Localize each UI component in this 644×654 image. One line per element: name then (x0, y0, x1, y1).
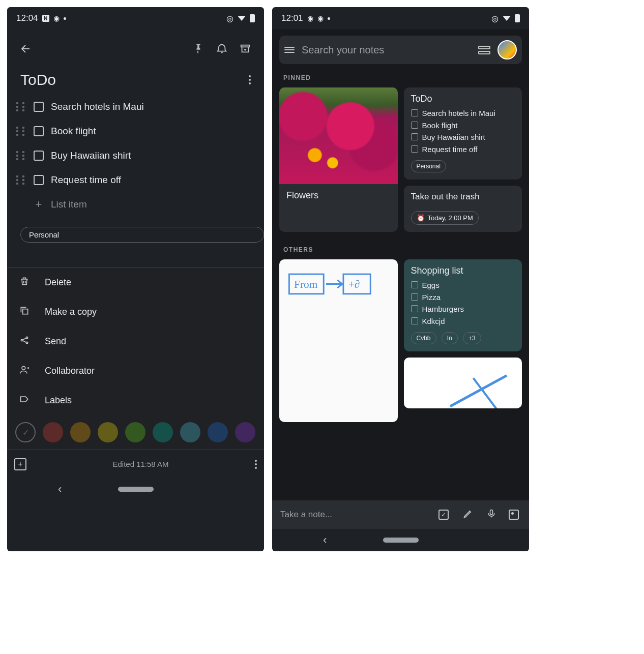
take-note-input[interactable]: Take a note... (280, 510, 427, 520)
phone-home: 12:01 ◉ ◉ ◎ Search your notes PINNED Flo… (272, 7, 529, 551)
note-overflow-button[interactable] (249, 75, 251, 84)
vibrate-icon: ◎ (491, 14, 499, 23)
pin-button[interactable] (187, 37, 210, 61)
trash-icon (18, 276, 31, 289)
note-check-item: Pizza (411, 292, 515, 303)
others-grid: From +∂ Shopping list Eggs Pizza Hamburg… (272, 259, 529, 422)
section-others-label: OTHERS (272, 243, 529, 259)
note-card-shopping[interactable]: Shopping list Eggs Pizza Hamburgers Kdkc… (404, 259, 522, 351)
sheet-copy[interactable]: Make a copy (7, 297, 264, 326)
drawing-icon (404, 358, 522, 408)
drag-handle-icon[interactable] (16, 175, 26, 185)
search-bar[interactable]: Search your notes (279, 36, 522, 64)
note-card-drawing[interactable]: From +∂ (279, 259, 398, 422)
color-swatch-none[interactable]: ✓ (15, 422, 36, 442)
sheet-item-label: Collaborator (45, 366, 95, 376)
note-check-item: Kdkcjd (411, 316, 515, 326)
nav-home-pill[interactable] (118, 487, 154, 492)
svg-point-3 (26, 337, 27, 338)
status-bar: 12:04 N ◉ ◎ (7, 7, 264, 29)
new-voice-button[interactable] (485, 509, 497, 521)
sheet-labels[interactable]: Labels (7, 385, 264, 415)
sheet-collaborator[interactable]: Collaborator (7, 356, 264, 385)
note-check-item: Buy Hawaiian shirt (411, 132, 515, 142)
checklist-item-text[interactable]: Book flight (51, 126, 96, 137)
label-chip: Cvbb (411, 332, 436, 344)
copy-icon (18, 306, 31, 318)
back-button[interactable] (14, 37, 38, 61)
add-attachment-button[interactable]: + (14, 458, 26, 470)
new-image-button[interactable] (509, 510, 521, 520)
color-swatch[interactable] (98, 422, 118, 442)
svg-point-2 (21, 339, 22, 341)
drag-handle-icon[interactable] (16, 151, 26, 160)
sheet-item-label: Send (45, 336, 66, 347)
note-card-todo[interactable]: ToDo Search hotels in Maui Book flight B… (404, 87, 522, 180)
pinned-grid: Flowers ToDo Search hotels in Maui Book … (272, 87, 529, 232)
color-swatch[interactable] (153, 422, 173, 442)
checkbox[interactable] (34, 175, 44, 185)
svg-text:+∂: +∂ (348, 278, 360, 290)
sheet-send[interactable]: Send (7, 326, 264, 356)
color-swatch[interactable] (208, 422, 228, 442)
menu-icon[interactable] (284, 47, 295, 53)
drag-handle-icon[interactable] (16, 102, 26, 111)
system-nav-bar: ‹ (272, 529, 529, 551)
sheet-delete[interactable]: Delete (7, 267, 264, 297)
account-avatar[interactable] (497, 40, 517, 60)
note-card-title: Shopping list (411, 265, 515, 276)
reminder-chip: ⏰ Today, 2:00 PM (411, 211, 479, 225)
notification-bulb-icon: ◉ (53, 14, 60, 22)
checklist-item[interactable]: Buy Hawaiian shirt (16, 143, 255, 168)
note-check-item: Book flight (411, 121, 515, 131)
checklist-item[interactable]: Book flight (16, 119, 255, 143)
checklist-item-text[interactable]: Request time off (51, 174, 121, 186)
note-check-item: Search hotels in Maui (411, 108, 515, 118)
checklist-item-text[interactable]: Buy Hawaiian shirt (51, 150, 131, 161)
nav-back-button[interactable]: ‹ (323, 533, 327, 547)
svg-rect-10 (490, 510, 493, 514)
note-check-item: Hamburgers (411, 304, 515, 314)
search-placeholder[interactable]: Search your notes (302, 44, 471, 56)
add-list-item[interactable]: + List item (16, 192, 255, 217)
notification-dot-icon (64, 17, 66, 20)
label-chip[interactable]: Personal (20, 227, 264, 243)
reminder-button[interactable] (210, 37, 233, 61)
sheet-item-label: Labels (45, 395, 72, 406)
note-card-trash[interactable]: Take out the trash ⏰ Today, 2:00 PM (404, 186, 522, 232)
archive-button[interactable] (233, 37, 257, 61)
view-toggle-button[interactable] (478, 46, 490, 54)
color-swatch[interactable] (125, 422, 145, 442)
checkbox[interactable] (34, 151, 44, 161)
drag-handle-icon[interactable] (16, 127, 26, 136)
note-check-item: Eggs (411, 280, 515, 290)
new-checklist-button[interactable]: ✓ (438, 510, 451, 520)
checkbox[interactable] (34, 126, 44, 136)
note-title[interactable]: ToDo (20, 71, 56, 88)
color-swatch[interactable] (70, 422, 91, 442)
nav-home-pill[interactable] (383, 538, 419, 543)
svg-rect-1 (23, 309, 28, 314)
app-badge-icon: N (42, 15, 49, 22)
share-icon (18, 335, 31, 348)
label-chip: +3 (463, 332, 481, 344)
color-swatch[interactable] (180, 422, 200, 442)
color-swatch[interactable] (235, 422, 255, 442)
footer-overflow-button[interactable] (255, 460, 257, 469)
note-card-flowers[interactable]: Flowers (279, 87, 398, 232)
alarm-icon: ⏰ (417, 214, 425, 222)
svg-point-5 (22, 366, 25, 370)
new-drawing-button[interactable] (462, 509, 474, 521)
checklist-item-text[interactable]: Search hotels in Maui (51, 101, 144, 112)
note-check-item: Request time off (411, 144, 515, 155)
checklist-item[interactable]: Search hotels in Maui (16, 95, 255, 119)
note-image (279, 87, 398, 184)
label-chip: In (442, 332, 458, 344)
note-card-drawing-small[interactable] (404, 358, 522, 408)
checkbox[interactable] (34, 102, 44, 112)
person-add-icon (18, 365, 31, 377)
home-footer: Take a note... ✓ (272, 500, 529, 529)
checklist-item[interactable]: Request time off (16, 168, 255, 192)
nav-back-button[interactable]: ‹ (58, 483, 62, 496)
color-swatch[interactable] (43, 422, 63, 442)
